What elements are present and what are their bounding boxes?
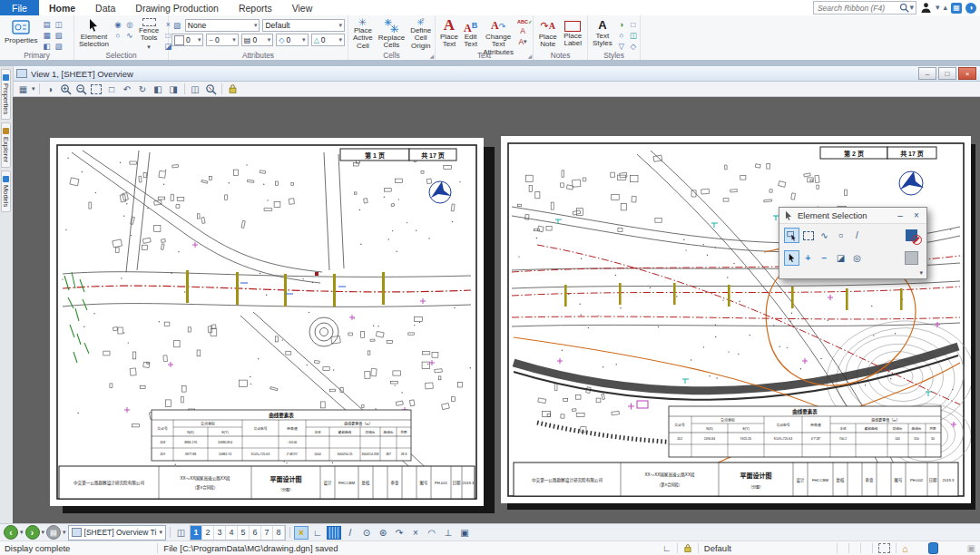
level-display-icon[interactable]: ▧ [53, 30, 64, 40]
active-class-dropdown[interactable]: ◇ 0 ▾ [276, 34, 308, 46]
view-back-button[interactable]: ‹ [4, 525, 18, 540]
fence-tools-button[interactable]: Fence Tools ▾ [137, 17, 161, 51]
text-case-icon[interactable]: A [517, 25, 528, 35]
cells-dialog-launcher[interactable]: ◢ [429, 53, 434, 59]
snap-bisector-icon[interactable]: ↷ [392, 526, 407, 540]
view-toggle-4[interactable]: 4 [226, 526, 238, 540]
multiline-styles-icon[interactable]: ◫ [628, 30, 639, 40]
tab-reports[interactable]: Reports [229, 0, 282, 15]
active-level-indicator[interactable]: Default [704, 543, 731, 553]
dock-tab-explorer[interactable]: Explorer [1, 122, 11, 168]
subtract-selection-mode-button[interactable]: − [817, 250, 832, 266]
locks-icon[interactable] [683, 543, 692, 553]
running-coordinates-icon[interactable]: ∟ [662, 543, 671, 553]
snap-keypoint-icon[interactable] [327, 526, 341, 540]
level-manager-icon[interactable]: ◧ [41, 41, 52, 51]
disable-handles-button[interactable] [900, 226, 922, 245]
snap-perpendicular-icon[interactable]: ⊥ [441, 526, 456, 540]
select-by-shape-icon[interactable]: ◎ [124, 19, 135, 29]
snap-origin-icon[interactable]: ⊛ [376, 526, 390, 540]
define-cell-origin-button[interactable]: Define Cell Origin [408, 17, 433, 51]
view-toggle-6[interactable]: 6 [250, 526, 261, 540]
select-circle-button[interactable]: ○ [833, 228, 848, 243]
select-by-line-icon[interactable]: ○ [113, 30, 123, 40]
search-input[interactable] [816, 3, 899, 14]
dock-tab-models[interactable]: Models [1, 170, 11, 212]
select-all-button[interactable] [900, 248, 922, 268]
add-selection-mode-button[interactable]: + [800, 250, 816, 266]
text-dialog-launcher[interactable]: ◢ [527, 53, 532, 59]
active-transparency-dropdown[interactable]: △ 0 ▾ [311, 34, 345, 46]
copy-view-icon[interactable]: ◫ [189, 83, 202, 95]
explorer-icon[interactable]: ▤ [41, 19, 52, 29]
view-toggle-2[interactable]: 2 [202, 526, 214, 540]
view-restore-button[interactable]: □ [938, 67, 956, 80]
dialog-minimize-button[interactable]: – [894, 210, 906, 221]
view-next-icon[interactable]: ◨ [167, 83, 181, 95]
active-line-weight-dropdown[interactable]: ▤ 0 ▾ [241, 34, 273, 46]
view-minimize-button[interactable]: – [918, 67, 936, 80]
text-styles-button[interactable]: A Text Styles [591, 17, 614, 51]
place-active-cell-button[interactable]: Place Active Cell [351, 17, 375, 51]
change-text-attributes-button[interactable]: A↷ Change Text Attributes [481, 17, 515, 51]
element-selection-dialog[interactable]: Element Selection – × ∿ ○ / + − ◪ ◎ ▾ [779, 207, 927, 279]
dimension-styles-icon[interactable]: ◑ [616, 19, 627, 29]
active-file-button[interactable]: ▤ [46, 525, 61, 540]
snap-midpoint-icon[interactable]: / [343, 526, 358, 540]
ribbon-search-box[interactable]: ▾ [813, 1, 916, 15]
tab-home[interactable]: Home [39, 0, 85, 15]
edit-text-button[interactable]: AB Edit Text [462, 17, 479, 51]
select-by-circle-icon[interactable]: ◉ [113, 19, 123, 29]
view-brightness-icon[interactable]: ◑ [44, 83, 57, 95]
search-dropdown-icon[interactable]: ▾ [909, 4, 914, 12]
dock-tab-properties[interactable]: Properties [1, 69, 11, 120]
dialog-close-button[interactable]: × [910, 210, 923, 221]
view-groups-icon[interactable]: ◫ [174, 526, 188, 539]
select-line-button[interactable]: / [849, 228, 865, 243]
saved-views-icon[interactable]: ▨ [53, 41, 64, 51]
replace-cells-button[interactable]: Replace Cells [377, 17, 407, 51]
place-label-button[interactable]: Place Label [562, 17, 585, 51]
spell-check-icon[interactable]: ABC✓ [517, 19, 533, 24]
snap-nearest-icon[interactable]: ∟ [310, 526, 325, 540]
connect-center-icon[interactable]: ▦ [951, 3, 962, 14]
view-display-style-icon[interactable]: ▦ [16, 83, 30, 95]
detailing-styles-icon[interactable]: ▽ [616, 41, 627, 51]
active-file-dropdown[interactable]: ▾ [63, 529, 66, 536]
pan-view-icon[interactable]: ↻ [136, 83, 150, 95]
rotate-view-icon[interactable]: ↶ [121, 83, 134, 95]
element-styles-icon[interactable]: □ [628, 19, 639, 29]
sheet-2[interactable]: 第 2 页 共 17 页 [501, 136, 971, 503]
new-selection-mode-button[interactable] [784, 250, 799, 266]
database-icon[interactable] [928, 542, 938, 554]
tab-data[interactable]: Data [85, 0, 125, 15]
more-text-tools-icon[interactable]: A▾ [517, 36, 528, 46]
snap-multi-point-icon[interactable]: ▣ [457, 526, 472, 540]
place-note-button[interactable]: ↷A Place Note [536, 17, 560, 51]
view-back-dropdown[interactable]: ▾ [20, 529, 24, 536]
view-close-button[interactable]: × [958, 67, 976, 80]
fit-view-icon[interactable]: □ [105, 83, 119, 95]
snap-center-icon[interactable]: ⊙ [359, 526, 374, 540]
tab-view[interactable]: View [282, 0, 323, 15]
help-icon[interactable]: ◑ [965, 3, 976, 14]
user-icon[interactable] [920, 2, 932, 14]
view-previous-icon[interactable]: ◧ [152, 83, 165, 95]
window-area-icon[interactable] [90, 83, 103, 95]
clear-view-icon[interactable] [204, 83, 218, 95]
active-level-dropdown[interactable]: Default ▾ [262, 19, 345, 32]
view-forward-dropdown[interactable]: ▾ [42, 529, 45, 536]
active-template-dropdown[interactable]: None ▾ [185, 19, 260, 32]
selection-set-icon[interactable]: ▣ [967, 543, 975, 553]
fence-mode-icon[interactable] [878, 543, 890, 553]
tab-file[interactable]: File [0, 0, 39, 15]
sheet-1[interactable]: 第 1 页 共 17 页 [50, 138, 484, 506]
dialog-expand-icon[interactable]: ▾ [919, 269, 923, 276]
view-toggle-7[interactable]: 7 [261, 526, 273, 540]
active-line-style-dropdown[interactable]: − 0 ▾ [206, 34, 238, 46]
annotation-styles-icon[interactable]: ◇ [628, 41, 639, 51]
view-toggle-1[interactable]: 1 [191, 526, 202, 540]
clear-selection-mode-button[interactable]: ◎ [849, 250, 865, 266]
accudraw-toggle-button[interactable]: × [294, 526, 309, 540]
view-window-title-bar[interactable]: View 1, [SHEET] Overview – □ × [13, 66, 980, 82]
